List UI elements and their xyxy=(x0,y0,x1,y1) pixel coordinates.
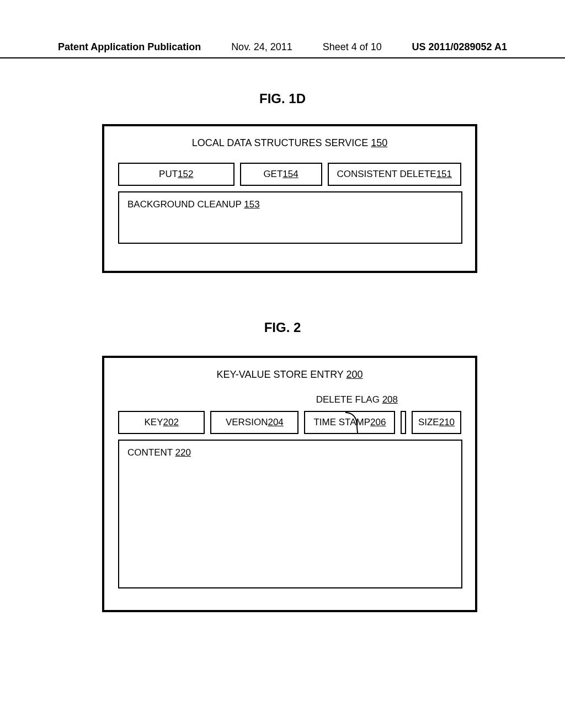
title-ref: 200 xyxy=(347,369,363,380)
version-label: VERSION xyxy=(226,417,268,428)
time-stamp-box: TIME STAMP 206 xyxy=(304,411,395,434)
key-value-store-entry-title: KEY-VALUE STORE ENTRY 200 xyxy=(118,369,461,381)
content-ref: 220 xyxy=(175,447,191,458)
diagram-2-row-1: KEY202 VERSION 204 TIME STAMP 206 SIZE21… xyxy=(118,411,461,434)
publication-sheet: Sheet 4 of 10 xyxy=(323,41,382,53)
page-header: Patent Application Publication Nov. 24, … xyxy=(0,41,565,58)
size-label: SIZE xyxy=(418,417,439,428)
delete-flag-callout: DELETE FLAG 208 xyxy=(118,394,461,405)
content-label: CONTENT xyxy=(127,447,175,458)
timestamp-ref: 206 xyxy=(370,417,386,428)
size-box: SIZE210 xyxy=(412,411,461,434)
get-box: GET 154 xyxy=(240,163,322,186)
title-ref: 150 xyxy=(371,137,387,148)
delete-flag-text: DELETE FLAG xyxy=(316,394,382,405)
figure-2-label: FIG. 2 xyxy=(264,320,301,335)
version-ref: 204 xyxy=(268,417,283,428)
put-ref: 152 xyxy=(178,169,193,180)
version-box: VERSION 204 xyxy=(210,411,299,434)
title-text: LOCAL DATA STRUCTURES SERVICE xyxy=(192,137,371,148)
put-box: PUT 152 xyxy=(118,163,234,186)
publication-date: Nov. 24, 2011 xyxy=(231,41,292,53)
put-label: PUT xyxy=(159,169,178,180)
delete-flag-box xyxy=(401,411,406,434)
timestamp-label: TIME STAMP xyxy=(313,417,370,428)
content-box: CONTENT 220 xyxy=(118,440,462,588)
publication-number: US 2011/0289052 A1 xyxy=(412,41,507,53)
diagram-2-container: KEY-VALUE STORE ENTRY 200 DELETE FLAG 20… xyxy=(102,356,477,612)
size-ref: 210 xyxy=(439,417,455,428)
key-box: KEY202 xyxy=(118,411,205,434)
cleanup-ref: 153 xyxy=(244,199,259,210)
get-ref: 154 xyxy=(282,169,298,180)
delete-flag-ref: 208 xyxy=(382,394,398,405)
delete-label: CONSISTENT DELETE xyxy=(337,169,436,180)
title-text: KEY-VALUE STORE ENTRY xyxy=(216,369,346,380)
consistent-delete-box: CONSISTENT DELETE 151 xyxy=(328,163,462,186)
local-data-structures-service-title: LOCAL DATA STRUCTURES SERVICE 150 xyxy=(118,137,461,149)
key-label: KEY xyxy=(144,417,163,428)
diagram-1d-container: LOCAL DATA STRUCTURES SERVICE 150 PUT 15… xyxy=(102,124,477,273)
diagram-1d-row-1: PUT 152 GET 154 CONSISTENT DELETE 151 xyxy=(118,163,461,186)
delete-ref: 151 xyxy=(436,169,452,180)
get-label: GET xyxy=(263,169,282,180)
publication-label: Patent Application Publication xyxy=(58,41,201,53)
cleanup-label: BACKGROUND CLEANUP xyxy=(127,199,244,210)
key-ref: 202 xyxy=(163,417,178,428)
background-cleanup-box: BACKGROUND CLEANUP 153 xyxy=(118,191,462,244)
figure-1d-label: FIG. 1D xyxy=(259,91,306,106)
